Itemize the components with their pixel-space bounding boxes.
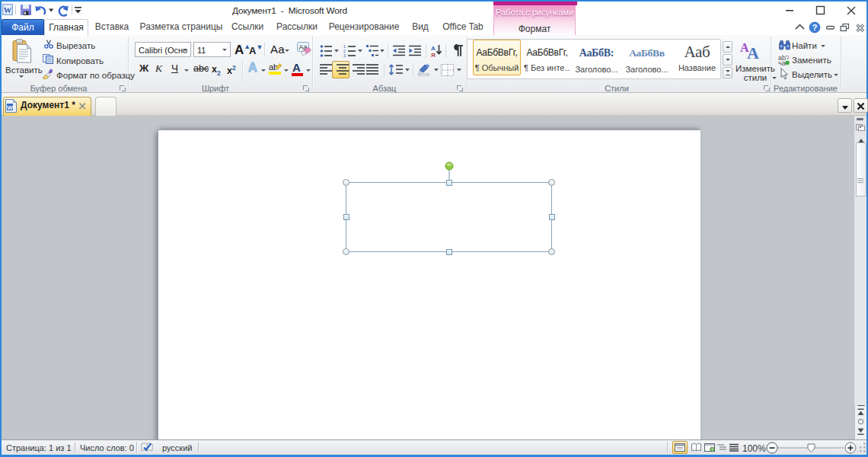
svg-text:W: W bbox=[4, 6, 12, 14]
svg-text:W: W bbox=[7, 104, 13, 111]
svg-text:?: ? bbox=[812, 23, 817, 32]
svg-text:ча: ча bbox=[778, 59, 786, 66]
